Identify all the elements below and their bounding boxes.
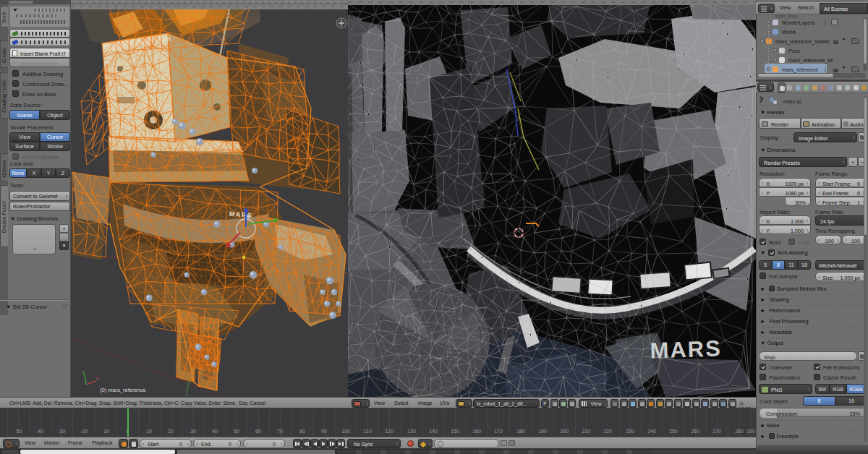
svg-text:(0) mars_reference: (0) mars_reference xyxy=(100,387,146,393)
svg-text:MARS: MARS xyxy=(650,335,722,363)
